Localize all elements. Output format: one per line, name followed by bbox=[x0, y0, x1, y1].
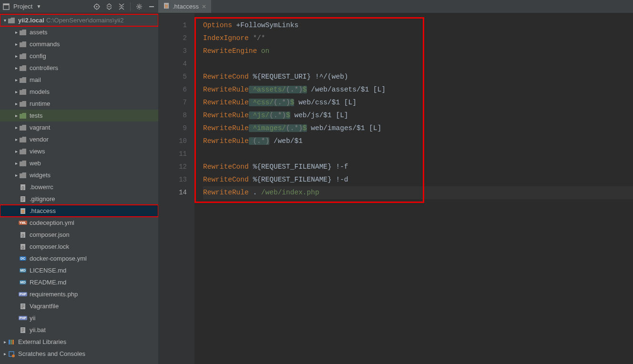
line-number: 8 bbox=[158, 109, 187, 122]
line-gutter: 1 2 3 4 5 6 7 8 9 10 11 12 13 14 bbox=[158, 13, 194, 364]
chevron-right-icon[interactable]: ▸ bbox=[13, 172, 19, 178]
tree-file-composer-lock[interactable]: {}composer.lock bbox=[0, 241, 158, 253]
chevron-right-icon[interactable]: ▸ bbox=[13, 149, 19, 154]
chevron-right-icon[interactable]: ▸ bbox=[13, 30, 19, 35]
project-tree[interactable]: ▾ yii2.local C:\OpenServer\domains\yii2 … bbox=[0, 13, 158, 364]
tree-folder-mail[interactable]: ▸mail bbox=[0, 74, 158, 86]
svg-point-52 bbox=[12, 354, 15, 357]
folder-icon bbox=[19, 88, 27, 96]
tab-label: .htaccess bbox=[173, 3, 199, 10]
tree-file-license[interactable]: MDLICENSE.md bbox=[0, 264, 158, 276]
tree-external-libraries[interactable]: ▸External Libraries bbox=[0, 336, 158, 348]
tree-file-codeception[interactable]: YMLcodeception.yml bbox=[0, 217, 158, 229]
chevron-right-icon[interactable]: ▸ bbox=[2, 339, 8, 344]
chevron-right-icon[interactable]: ▸ bbox=[13, 113, 19, 118]
tree-file-gitignore[interactable]: .gitignore bbox=[0, 193, 158, 205]
tab-htaccess[interactable]: .htaccess ✕ bbox=[158, 0, 211, 13]
folder-icon bbox=[19, 136, 27, 143]
line-number: 4 bbox=[158, 58, 187, 71]
svg-rect-22 bbox=[167, 4, 167, 8]
chevron-right-icon[interactable]: ▸ bbox=[13, 65, 19, 71]
svg-text:{}: {} bbox=[21, 245, 24, 249]
minimize-icon[interactable] bbox=[148, 3, 155, 10]
folder-icon bbox=[19, 172, 27, 179]
text-file-icon bbox=[19, 195, 27, 203]
chevron-right-icon[interactable]: ▸ bbox=[13, 53, 19, 59]
line-number: 10 bbox=[158, 135, 187, 148]
svg-rect-24 bbox=[165, 7, 168, 7]
locate-icon[interactable] bbox=[93, 3, 101, 10]
md-file-icon: MD bbox=[19, 279, 27, 286]
svg-rect-21 bbox=[165, 4, 166, 8]
folder-icon bbox=[19, 52, 27, 60]
json-file-icon: {} bbox=[19, 243, 27, 251]
line-number: 6 bbox=[158, 83, 187, 96]
tree-folder-config[interactable]: ▸config bbox=[0, 50, 158, 62]
svg-rect-1 bbox=[3, 4, 9, 5]
code-editor[interactable]: 1 2 3 4 5 6 7 8 9 10 11 12 13 14 Options… bbox=[158, 13, 633, 364]
collapse-all-icon[interactable] bbox=[118, 3, 125, 10]
tree-folder-tests[interactable]: ▸tests bbox=[0, 110, 158, 121]
line-number: 12 bbox=[158, 161, 187, 173]
tree-file-yii-bat[interactable]: yii.bat bbox=[0, 324, 158, 336]
text-file-icon bbox=[19, 303, 27, 310]
tree-file-vagrantfile[interactable]: Vagrantfile bbox=[0, 300, 158, 312]
chevron-right-icon[interactable]: ▸ bbox=[13, 161, 19, 166]
expand-all-icon[interactable] bbox=[105, 3, 113, 10]
svg-rect-23 bbox=[165, 5, 168, 6]
code-content[interactable]: Options +FollowSymLinks IndexIgnore */* … bbox=[194, 13, 633, 364]
tree-folder-controllers[interactable]: ▸controllers bbox=[0, 62, 158, 74]
tree-folder-widgets[interactable]: ▸widgets bbox=[0, 169, 158, 181]
htaccess-file-icon bbox=[163, 2, 170, 10]
tree-folder-views[interactable]: ▸views bbox=[0, 145, 158, 157]
chevron-down-icon[interactable]: ▾ bbox=[2, 18, 8, 23]
chevron-down-icon: ▼ bbox=[36, 4, 41, 9]
chevron-right-icon[interactable]: ▸ bbox=[13, 137, 19, 142]
tree-file-htaccess[interactable]: .htaccess bbox=[0, 205, 158, 217]
line-number: 11 bbox=[158, 148, 187, 161]
tree-folder-assets[interactable]: ▸assets bbox=[0, 26, 158, 38]
tree-scratches[interactable]: ▸Scratches and Consoles bbox=[0, 348, 158, 360]
tree-folder-web[interactable]: ▸web bbox=[0, 157, 158, 169]
tree-file-bowerrc[interactable]: {}.bowerrc bbox=[0, 181, 158, 193]
tree-folder-vagrant[interactable]: ▸vagrant bbox=[0, 121, 158, 133]
tree-file-docker[interactable]: DCdocker-compose.yml bbox=[0, 253, 158, 264]
tree-folder-models[interactable]: ▸models bbox=[0, 86, 158, 98]
chevron-right-icon[interactable]: ▸ bbox=[13, 77, 19, 82]
tree-root-project[interactable]: ▾ yii2.local C:\OpenServer\domains\yii2 bbox=[0, 14, 158, 26]
chevron-right-icon[interactable]: ▸ bbox=[13, 101, 19, 106]
tree-folder-commands[interactable]: ▸commands bbox=[0, 38, 158, 50]
project-icon bbox=[3, 3, 10, 10]
folder-icon bbox=[19, 160, 27, 167]
tree-file-requirements[interactable]: PHPrequirements.php bbox=[0, 288, 158, 300]
editor-tabs: .htaccess ✕ bbox=[158, 0, 633, 13]
close-icon[interactable]: ✕ bbox=[202, 3, 206, 10]
svg-line-17 bbox=[137, 8, 138, 8]
md-file-icon: MD bbox=[19, 267, 27, 274]
project-view-selector[interactable]: Project ▼ bbox=[0, 3, 41, 10]
toolbar-separator bbox=[130, 2, 131, 11]
chevron-right-icon[interactable]: ▸ bbox=[13, 89, 19, 94]
gear-icon[interactable] bbox=[135, 3, 143, 10]
library-icon bbox=[8, 338, 15, 346]
tree-folder-vendor[interactable]: ▸vendor bbox=[0, 133, 158, 145]
tree-file-yii[interactable]: PHPyii bbox=[0, 312, 158, 324]
svg-line-18 bbox=[141, 4, 141, 5]
svg-rect-50 bbox=[12, 340, 14, 344]
folder-icon bbox=[19, 100, 27, 108]
scratches-icon bbox=[8, 350, 15, 358]
tree-file-composer-json[interactable]: {}composer.json bbox=[0, 229, 158, 241]
svg-text:{}: {} bbox=[21, 185, 24, 190]
chevron-right-icon[interactable]: ▸ bbox=[2, 351, 8, 356]
svg-point-10 bbox=[138, 6, 140, 8]
line-number: 7 bbox=[158, 96, 187, 109]
folder-icon bbox=[19, 76, 27, 84]
chevron-right-icon[interactable]: ▸ bbox=[13, 41, 19, 47]
top-row: Project ▼ .htaccess ✕ bbox=[0, 0, 633, 13]
svg-text:{}: {} bbox=[21, 233, 24, 237]
chevron-right-icon[interactable]: ▸ bbox=[13, 125, 19, 130]
folder-icon bbox=[8, 17, 15, 24]
tree-file-readme[interactable]: MDREADME.md bbox=[0, 276, 158, 288]
svg-rect-34 bbox=[21, 211, 24, 211]
tree-folder-runtime[interactable]: ▸runtime bbox=[0, 98, 158, 110]
